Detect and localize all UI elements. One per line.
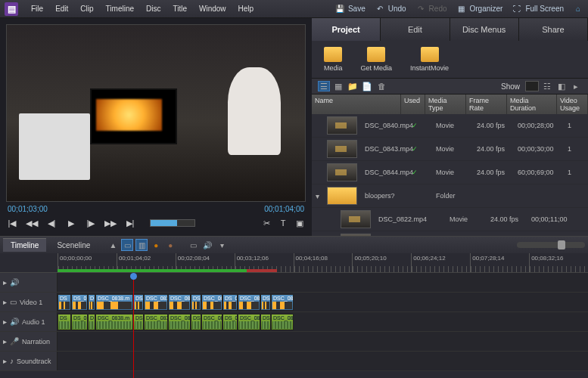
timeline-clip[interactable]: DS	[260, 294, 271, 311]
menu-window[interactable]: Window	[194, 2, 232, 15]
timeline-clip[interactable]: D	[88, 314, 95, 330]
col-video-usage[interactable]: Video Usage	[557, 94, 588, 114]
timeline-clip[interactable]: DS	[191, 314, 201, 330]
track-menu-icon[interactable]: ▾	[216, 239, 228, 251]
fullscreen-button[interactable]: ⛶Full Screen	[512, 4, 564, 14]
col-media-type[interactable]: Media Type	[425, 94, 466, 114]
menu-edit[interactable]: Edit	[50, 2, 73, 15]
step-fwd-button[interactable]: |▶	[85, 218, 97, 228]
tl-tab-timeline[interactable]: Timeline	[3, 238, 46, 252]
speaker-icon[interactable]: 🔊	[10, 318, 19, 326]
media-btn-get-media[interactable]: Get Media	[361, 47, 393, 72]
timeline-clip[interactable]: DS_0	[71, 294, 88, 311]
redo-button[interactable]: ↷Redo	[415, 4, 447, 14]
rewind-button[interactable]: ◀◀	[26, 218, 38, 228]
work-area-bar[interactable]	[58, 269, 247, 272]
play-button[interactable]: ▶	[65, 218, 77, 228]
timeline-clip[interactable]: DSC_0835.mp4	[144, 314, 168, 330]
col-media-duration[interactable]: Media Duration	[507, 94, 557, 114]
step-back-button[interactable]: ◀|	[45, 218, 58, 228]
timeline-clip[interactable]: DS	[133, 314, 144, 330]
sort-icon[interactable]: ◧	[555, 81, 568, 91]
speaker-icon[interactable]: 🔊	[10, 278, 19, 287]
goto-end-button[interactable]: ▶|	[124, 218, 136, 228]
zoom-slider[interactable]	[517, 242, 585, 248]
tab-edit[interactable]: Edit	[381, 18, 450, 41]
tab-share[interactable]: Share	[519, 18, 588, 41]
playhead[interactable]	[133, 273, 134, 378]
snap-icon[interactable]: ▥	[135, 239, 148, 251]
timeline-clip[interactable]: DS	[133, 294, 144, 311]
table-row[interactable]: DSC_0843.mp4 ✓ Movie 24.00 fps 00;00;30;…	[312, 138, 588, 161]
goto-start-button[interactable]: |◀	[6, 218, 18, 228]
timeline-clip[interactable]: DSC_0843.m	[271, 294, 294, 311]
list-view-icon[interactable]: ☰	[318, 81, 330, 91]
menu-timeline[interactable]: Timeline	[101, 2, 139, 15]
grid-view-icon[interactable]: ▦	[332, 81, 344, 91]
expand-icon[interactable]: ▸	[3, 357, 7, 365]
timeline-clip[interactable]: DS	[58, 314, 71, 330]
menu-title[interactable]: Title	[167, 2, 192, 15]
table-row[interactable]: DSC_0823.mp4 Movie 24.00 fps 00;00;09;00	[312, 231, 588, 236]
panel-menu-icon[interactable]: ▸	[570, 81, 582, 91]
timeline-clip[interactable]: DSC_08	[201, 294, 222, 311]
timeline-clip[interactable]: DSC_08	[201, 314, 222, 330]
table-row[interactable]: DSC_0840.mp4 ✓ Movie 24.00 fps 00;00;28;…	[312, 114, 588, 138]
timeline-clip[interactable]: DSC_0838.m	[95, 294, 133, 311]
timeline-clip[interactable]: DS_0	[71, 314, 88, 330]
table-row[interactable]: DSC_0844.mp4 ✓ Movie 24.00 fps 60;00;69;…	[312, 161, 588, 184]
timeline-clip[interactable]: DSC_0835.mp4	[144, 294, 168, 311]
mic-icon[interactable]: 🎤	[10, 337, 19, 345]
video-monitor[interactable]	[6, 24, 306, 202]
music-icon[interactable]: ♪	[10, 357, 14, 365]
new-folder-icon[interactable]: 📁	[347, 81, 359, 91]
menu-disc[interactable]: Disc	[141, 2, 166, 15]
timeline-clip[interactable]: DS	[58, 294, 71, 311]
media-btn-media[interactable]: Media	[324, 47, 343, 72]
tl-tab-sceneline[interactable]: Sceneline	[49, 239, 98, 252]
split-clip-icon[interactable]: ✂	[260, 218, 272, 228]
timeline-clip[interactable]: DSC_0840	[238, 294, 260, 311]
timeline-clip[interactable]: DS_0	[222, 314, 238, 330]
expand-icon[interactable]: ▸	[3, 337, 7, 345]
expand-icon[interactable]: ▸	[3, 318, 7, 326]
marker-icon[interactable]: ●	[150, 239, 162, 251]
expand-icon[interactable]: ▸	[3, 298, 7, 306]
fastfwd-button[interactable]: ▶▶	[104, 218, 117, 228]
time-ruler[interactable]: 00;00;00;0000;01;04;0200;02;08;0400;03;1…	[0, 253, 588, 273]
expand-icon[interactable]: ▾	[312, 192, 322, 200]
selection-tool-icon[interactable]: ▲	[107, 239, 119, 251]
marker2-icon[interactable]: ●	[164, 239, 176, 251]
tab-project[interactable]: Project	[312, 18, 381, 41]
shuttle-slider[interactable]	[150, 219, 195, 227]
col-name[interactable]: Name	[312, 94, 401, 114]
freeze-frame-icon[interactable]: ▣	[294, 218, 306, 228]
media-btn-instantmovie[interactable]: InstantMovie	[410, 47, 449, 72]
timeline-clip[interactable]: DSC_0836	[168, 314, 191, 330]
timeline-clip[interactable]: D	[88, 294, 95, 311]
delete-icon[interactable]: 🗑	[375, 81, 387, 91]
track-display-icon[interactable]: ▭	[187, 239, 199, 251]
save-button[interactable]: 💾Save	[334, 4, 366, 14]
new-item-icon[interactable]: 📄	[361, 81, 373, 91]
menu-file[interactable]: File	[26, 2, 48, 15]
expand-icon[interactable]: ▸	[3, 278, 7, 287]
filter-dropdown[interactable]	[525, 81, 539, 91]
col-used[interactable]: Used	[401, 94, 425, 114]
table-row[interactable]: DSC_0822.mp4 Movie 24.00 fps 00;00;11;00	[312, 208, 588, 231]
timeline-clip[interactable]: DS	[260, 314, 271, 330]
find-icon[interactable]: ☷	[541, 81, 553, 91]
undo-button[interactable]: ↶Undo	[375, 4, 406, 14]
tab-disc-menus[interactable]: Disc Menus	[450, 18, 519, 41]
time-stretch-tool-icon[interactable]: ▭	[121, 239, 133, 251]
home-button[interactable]: ⌂	[573, 4, 583, 14]
timeline-clip[interactable]: DS	[191, 294, 201, 311]
table-row[interactable]: ▾ bloopers? Folder	[312, 184, 588, 208]
timeline-clip[interactable]: DSC_0838.m	[95, 314, 133, 330]
timeline-clip[interactable]: DS_0	[222, 294, 238, 311]
timeline-clip[interactable]: DSC_0840	[238, 314, 260, 330]
film-icon[interactable]: ▭	[10, 298, 17, 306]
timeline-clip[interactable]: DSC_0836	[168, 294, 191, 311]
timeline-clip[interactable]: DSC_0843.m	[271, 314, 294, 330]
audio-display-icon[interactable]: 🔊	[201, 239, 213, 251]
